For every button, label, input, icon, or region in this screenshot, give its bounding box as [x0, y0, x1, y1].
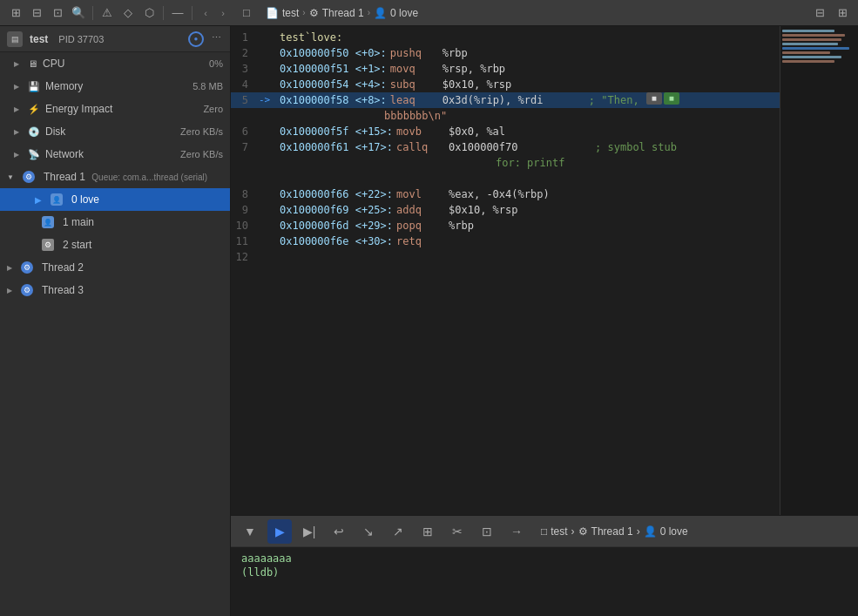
sidebar-thread1-main-row[interactable]: 👤 1 main [0, 211, 230, 234]
pid-badge: PID 37703 [58, 34, 104, 44]
step-over-button[interactable]: ▶| [297, 519, 321, 544]
line-icon[interactable]: — [169, 4, 186, 22]
sidebar-toggle-icon[interactable]: ⊞ [7, 4, 24, 22]
step-out-button[interactable]: ↗ [386, 519, 410, 544]
thread1-icon: ⚙ [23, 171, 35, 183]
list-icon[interactable]: ⊡ [49, 4, 66, 22]
sidebar-menu-icon[interactable]: ⋯ [209, 31, 223, 45]
bottom-breadcrumb-test: test [551, 525, 567, 538]
diamond-icon[interactable]: ◇ [119, 4, 137, 22]
minimap [780, 26, 858, 515]
sidebar-main-left: 👤 1 main [24, 216, 94, 228]
sidebar-thread1-start-row[interactable]: ⚙ 2 start [0, 234, 230, 256]
thread2-triangle: ▶ [7, 264, 12, 272]
love-label: 0 love [71, 193, 99, 206]
cpu-triangle: ▶ [14, 60, 19, 68]
split-icon[interactable]: ⊞ [834, 4, 851, 22]
window-icon[interactable]: □ [238, 4, 255, 22]
step-back-button[interactable]: ↩ [327, 519, 351, 544]
console-area: aaaaaaaa (lldb) [231, 546, 858, 616]
code-text-1: test`love: [280, 30, 342, 45]
search-icon[interactable]: 🔍 [70, 4, 87, 22]
person-icon: 👤 [374, 7, 387, 19]
breadcrumb-bar: 📄 test › ⚙ Thread 1 › 👤 0 love [266, 7, 418, 19]
frame-button[interactable]: ⊞ [415, 519, 440, 544]
code-line-7b: for: printf [231, 155, 780, 171]
cpu-label: CPU [43, 58, 64, 70]
code-line-10: 10 0x100000f6d <+29>: popq %rbp [231, 218, 780, 234]
disk-value: Zero KB/s [180, 126, 223, 137]
nav-forward-button[interactable]: › [215, 5, 231, 21]
jump-button[interactable]: → [504, 519, 529, 544]
bottom-breadcrumb: □ test › ⚙ Thread 1 › 👤 0 love [541, 525, 688, 538]
step-into-button[interactable]: ↘ [356, 519, 381, 544]
cpu-category-icon: 🖥 [28, 58, 37, 69]
cpu-value: 0% [209, 58, 223, 69]
current-indicator: ▶ [35, 195, 42, 205]
bottom-file-icon: □ [541, 525, 547, 538]
highlight-btn-gray[interactable]: ■ [646, 92, 662, 105]
disk-icon: 💿 [28, 126, 40, 138]
start-label: 2 start [63, 239, 91, 251]
code-line-5b: bbbbbbb\n" [231, 108, 780, 124]
breadcrumb-test[interactable]: 📄 test [266, 7, 299, 19]
continue-button[interactable]: ▶ [267, 519, 292, 544]
minimap-content [780, 26, 858, 68]
highlight-btn-green[interactable]: ■ [664, 92, 679, 105]
sidebar-cpu-left: ▶ 🖥 CPU [14, 58, 64, 70]
hide-console-button[interactable]: ▼ [238, 519, 262, 544]
toolbar-sep-2 [163, 6, 164, 20]
code-line-7: 7 0x100000f61 <+17>: callq 0x100000f70 ;… [231, 139, 780, 155]
file-icon: 📄 [266, 7, 279, 19]
memory-triangle: ▶ [14, 83, 19, 91]
break-button[interactable]: ✂ [445, 519, 470, 544]
thread1-triangle: ▼ [7, 173, 14, 181]
code-line-2: 2 0x100000f50 <+0>: pushq %rbp [231, 45, 780, 61]
hexagon-icon[interactable]: ⬡ [140, 4, 158, 22]
code-line-1: 1 test`love: [231, 30, 780, 45]
nav-back-button[interactable]: ‹ [198, 5, 213, 21]
thread3-icon: ⚙ [21, 284, 33, 296]
toolbar-sep-1 [92, 6, 93, 20]
sidebar: ▤ test PID 37703 ● ⋯ ▶ 🖥 CPU 0% ▶ 💾 Memo… [0, 26, 231, 616]
breadcrumb-thread1[interactable]: ⚙ Thread 1 [309, 7, 364, 19]
memory-value: 5.8 MB [193, 81, 223, 91]
person-icon-bottom: 👤 [644, 525, 657, 538]
sidebar-app-header: ▤ test PID 37703 ● ⋯ [0, 26, 230, 52]
energy-value: Zero [203, 104, 223, 114]
sidebar-thread1-love-row[interactable]: ▶ 👤 0 love [0, 188, 230, 211]
memory-button[interactable]: ⊡ [475, 519, 499, 544]
code-area: 1 test`love: 2 0x100000f50 <+0>: pushq %… [231, 26, 858, 616]
thread2-label: Thread 2 [42, 261, 84, 274]
code-line-blank-1 [231, 171, 780, 186]
minimap-line-5 [782, 47, 849, 50]
code-line-12: 12 [231, 249, 780, 265]
nav-arrows: ‹ › [198, 5, 231, 21]
network-icon: 📡 [28, 149, 40, 160]
thread-icon: ⚙ [309, 7, 319, 19]
breadcrumb-sep-2: › [368, 8, 370, 17]
console-output: aaaaaaaa [241, 552, 848, 565]
layout-icon[interactable]: ⊟ [811, 4, 828, 22]
sidebar-disk-left: ▶ 💿 Disk [14, 125, 65, 138]
bottom-breadcrumb-thread: Thread 1 [591, 525, 633, 538]
code-line-8: 8 0x100000f66 <+22>: movl %eax, -0x4(%rb… [231, 186, 780, 202]
sidebar-network-row[interactable]: ▶ 📡 Network Zero KB/s [0, 143, 230, 166]
grid-icon[interactable]: ⊟ [28, 4, 45, 22]
energy-label: Energy Impact [45, 103, 112, 115]
code-line-4: 4 0x100000f54 <+4>: subq $0x10, %rsp [231, 77, 780, 92]
sidebar-thread2-row[interactable]: ▶ ⚙ Thread 2 [0, 256, 230, 279]
sidebar-memory-row[interactable]: ▶ 💾 Memory 5.8 MB [0, 75, 230, 98]
sidebar-cpu-row[interactable]: ▶ 🖥 CPU 0% [0, 52, 230, 75]
main-person-icon: 👤 [42, 216, 54, 228]
warning-icon[interactable]: ⚠ [98, 4, 116, 22]
disk-triangle: ▶ [14, 128, 19, 136]
sidebar-thread1-left: ▼ ⚙ Thread 1 Queue: com.a...thread (seri… [7, 171, 207, 183]
sidebar-thread3-row[interactable]: ▶ ⚙ Thread 3 [0, 279, 230, 301]
sidebar-thread1-row[interactable]: ▼ ⚙ Thread 1 Queue: com.a...thread (seri… [0, 166, 230, 188]
breadcrumb-love[interactable]: 👤 0 love [374, 7, 418, 19]
sidebar-energy-row[interactable]: ▶ ⚡ Energy Impact Zero [0, 98, 230, 120]
thread1-subtitle: Queue: com.a...thread (serial) [91, 173, 207, 182]
sidebar-disk-row[interactable]: ▶ 💿 Disk Zero KB/s [0, 120, 230, 143]
code-scroll[interactable]: 1 test`love: 2 0x100000f50 <+0>: pushq %… [231, 26, 780, 515]
